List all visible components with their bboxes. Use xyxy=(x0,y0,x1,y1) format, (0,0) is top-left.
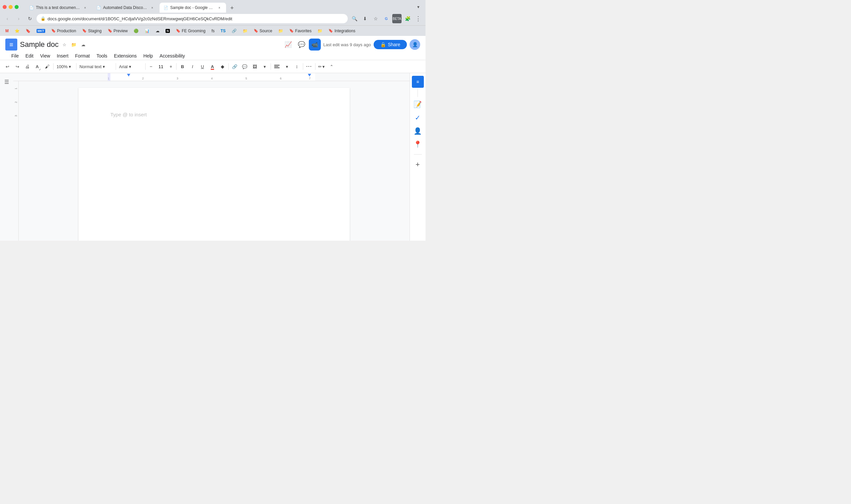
sheets-sidebar-icon[interactable]: ≡ xyxy=(412,76,424,88)
menu-help[interactable]: Help xyxy=(140,52,156,60)
bookmark-ts[interactable]: TS xyxy=(218,28,228,34)
tab-1[interactable]: 📄 This is a test document | Selec... × xyxy=(25,3,92,13)
url-bar[interactable]: 🔒 docs.google.com/document/d/1BO5C_HCdja… xyxy=(37,14,348,23)
bookmark-integrations[interactable]: 🔖 Integrations xyxy=(326,28,358,34)
share-button[interactable]: 🔒 Share xyxy=(374,40,407,49)
back-button[interactable]: ‹ xyxy=(3,14,12,23)
bookmark-link[interactable]: 🔗 xyxy=(229,28,239,34)
collapse-toolbar-button[interactable]: ⌃ xyxy=(327,61,336,72)
bookmark-folder3[interactable]: 📁 xyxy=(315,28,325,34)
menu-file[interactable]: File xyxy=(8,52,22,60)
spell-check-button[interactable]: A ✓ xyxy=(33,61,42,72)
doc-content[interactable]: Type @ to insert xyxy=(110,112,318,241)
comments-icon[interactable]: 💬 xyxy=(295,39,307,51)
bookmark-staging[interactable]: 🔖 Staging xyxy=(79,28,104,34)
font-select[interactable]: Arial ▾ xyxy=(117,62,144,71)
contacts-sidebar-icon[interactable]: 👤 xyxy=(412,125,424,137)
bold-button[interactable]: B xyxy=(178,61,187,72)
image-dropdown[interactable]: ▾ xyxy=(260,61,269,72)
sep5 xyxy=(176,63,177,70)
forward-button[interactable]: › xyxy=(14,14,23,23)
doc-page[interactable]: Type @ to insert xyxy=(78,88,350,241)
puzzle-button[interactable]: 🧩 xyxy=(403,14,412,23)
maps-sidebar-icon[interactable]: 📍 xyxy=(412,138,424,150)
more-options-button[interactable]: ··· xyxy=(305,61,314,72)
search-button[interactable]: 🔍 xyxy=(350,14,359,23)
highlight-button[interactable]: ◆ xyxy=(218,61,227,72)
link-button[interactable]: 🔗 xyxy=(230,61,239,72)
bookmark-folder2[interactable]: 📁 xyxy=(276,28,286,34)
menu-view[interactable]: View xyxy=(37,52,54,60)
bookmark-circle[interactable]: 🟢 xyxy=(131,28,141,34)
profile-button[interactable]: G xyxy=(382,14,391,23)
bookmark-fs[interactable]: fs xyxy=(209,28,217,34)
menu-accessibility[interactable]: Accessibility xyxy=(156,52,188,60)
align-button[interactable] xyxy=(272,61,282,72)
bookmark-cloud[interactable]: ☁ xyxy=(153,28,162,34)
print-button[interactable]: 🖨 xyxy=(23,61,32,72)
menu-tools[interactable]: Tools xyxy=(93,52,111,60)
style-select[interactable]: Normal text ▾ xyxy=(78,62,114,71)
font-size-value[interactable]: 11 xyxy=(156,64,166,69)
font-size-decrease[interactable]: − xyxy=(147,62,155,71)
bookmark-star[interactable]: ⭐ xyxy=(12,28,22,34)
bookmark-button[interactable]: ☆ xyxy=(371,14,380,23)
bookmark-mkt[interactable]: MKT xyxy=(34,28,48,34)
new-tab-button[interactable]: + xyxy=(228,3,237,13)
user-avatar[interactable]: 👤 xyxy=(410,39,420,50)
bookmark-icon3[interactable]: 🔖 xyxy=(23,28,33,34)
line-spacing-button[interactable]: ↕ xyxy=(292,61,302,72)
menu-format[interactable]: Format xyxy=(72,52,93,60)
star-icon[interactable]: ☆ xyxy=(61,41,68,48)
font-size-increase[interactable]: + xyxy=(167,62,175,71)
tab-2[interactable]: 📄 Automated Data Discovery | Fi... × xyxy=(92,3,159,13)
bookmark-preview[interactable]: 🔖 Preview xyxy=(105,28,131,34)
more-button[interactable]: ⋮ xyxy=(414,14,423,23)
italic-button[interactable]: I xyxy=(188,61,197,72)
cloud-save-icon[interactable]: ☁ xyxy=(80,41,87,48)
tab-2-close[interactable]: × xyxy=(150,5,155,10)
format-paint-button[interactable]: 🖌 xyxy=(42,61,52,72)
bookmark-production[interactable]: 🔖 Production xyxy=(49,28,79,34)
extensions-button[interactable]: BETA xyxy=(392,14,402,23)
zoom-select[interactable]: 100% ▾ xyxy=(55,62,75,71)
doc-placeholder[interactable]: Type @ to insert xyxy=(110,112,147,118)
bookmark-folder1[interactable]: 📁 xyxy=(240,28,250,34)
menu-extensions[interactable]: Extensions xyxy=(111,52,140,60)
minimize-button[interactable] xyxy=(8,5,13,9)
add-sidebar-button[interactable]: + xyxy=(412,159,424,170)
meet-icon[interactable]: 📹 xyxy=(309,39,321,51)
refresh-button[interactable]: ↻ xyxy=(25,14,35,23)
close-button[interactable] xyxy=(3,5,7,9)
menu-edit[interactable]: Edit xyxy=(22,52,37,60)
left-indent-marker[interactable] xyxy=(127,74,130,76)
bookmark-source[interactable]: 🔖 Source xyxy=(251,28,275,34)
canvas-scroll[interactable]: Type @ to insert xyxy=(19,81,410,241)
bookmark-gmail[interactable]: M xyxy=(3,28,11,34)
notes-sidebar-icon[interactable]: 📝 xyxy=(412,98,424,110)
align-dropdown[interactable]: ▾ xyxy=(282,61,292,72)
underline-button[interactable]: U xyxy=(198,61,207,72)
bookmark-sheets[interactable]: 📊 xyxy=(142,28,152,34)
font-color-button[interactable]: A xyxy=(208,61,217,72)
tasks-sidebar-icon[interactable]: ✓ xyxy=(412,112,424,124)
downloads-button[interactable]: ⬇ xyxy=(360,14,370,23)
editing-mode-button[interactable]: ✏ ▾ xyxy=(317,61,326,72)
tab-1-close[interactable]: × xyxy=(83,5,88,10)
trending-icon[interactable]: 📈 xyxy=(282,39,294,51)
tab-3[interactable]: 📄 Sample doc - Google Docs × xyxy=(160,3,226,13)
image-button[interactable]: 🖼 xyxy=(250,61,259,72)
tab-3-close[interactable]: × xyxy=(217,5,222,10)
bookmark-fe-grooming[interactable]: 🔖 FE Grooming xyxy=(173,28,208,34)
menu-insert[interactable]: Insert xyxy=(54,52,72,60)
bookmark-n[interactable]: N xyxy=(163,28,173,34)
undo-button[interactable]: ↩ xyxy=(3,61,12,72)
maximize-button[interactable] xyxy=(15,5,19,9)
profile-menu[interactable]: ▼ xyxy=(417,5,420,9)
bookmark-favorites[interactable]: 🔖 Favorites xyxy=(287,28,314,34)
move-to-folder-icon[interactable]: 📁 xyxy=(71,41,77,48)
outline-icon[interactable]: ☰ xyxy=(2,77,11,87)
comment-button[interactable]: 💬 xyxy=(240,61,249,72)
redo-button[interactable]: ↪ xyxy=(13,61,22,72)
right-indent-marker[interactable] xyxy=(308,74,311,76)
